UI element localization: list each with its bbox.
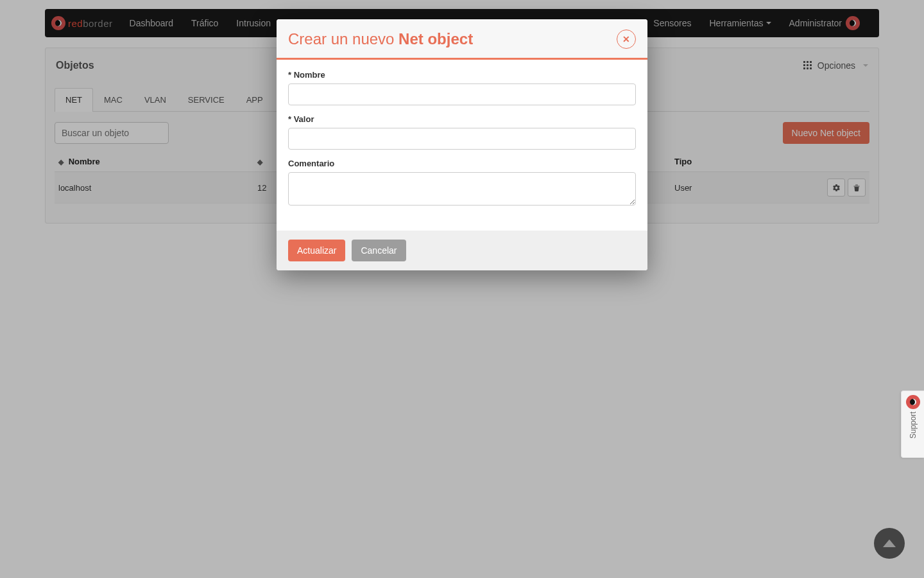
modal-footer: Actualizar Cancelar — [277, 231, 647, 270]
create-net-object-modal: Crear un nuevo Net object ✕ * Nombre * V… — [277, 19, 647, 270]
support-badge-icon — [906, 395, 920, 409]
modal-title-bold: Net object — [398, 30, 473, 48]
label-comment: Comentario — [288, 159, 636, 168]
support-label: Support — [909, 412, 918, 439]
modal-close-button[interactable]: ✕ — [617, 30, 636, 49]
modal-header: Crear un nuevo Net object ✕ — [277, 19, 647, 60]
comment-field[interactable] — [288, 172, 636, 206]
cancel-button[interactable]: Cancelar — [352, 240, 406, 261]
support-tab[interactable]: Support — [901, 390, 924, 458]
value-field[interactable] — [288, 128, 636, 150]
modal-title: Crear un nuevo Net object — [288, 30, 473, 48]
label-value: * Valor — [288, 114, 636, 124]
submit-button[interactable]: Actualizar — [288, 240, 345, 261]
modal-body: * Nombre * Valor Comentario — [277, 60, 647, 231]
name-field[interactable] — [288, 83, 636, 105]
close-icon: ✕ — [622, 34, 630, 44]
label-name: * Nombre — [288, 70, 636, 80]
modal-title-prefix: Crear un nuevo — [288, 30, 398, 48]
